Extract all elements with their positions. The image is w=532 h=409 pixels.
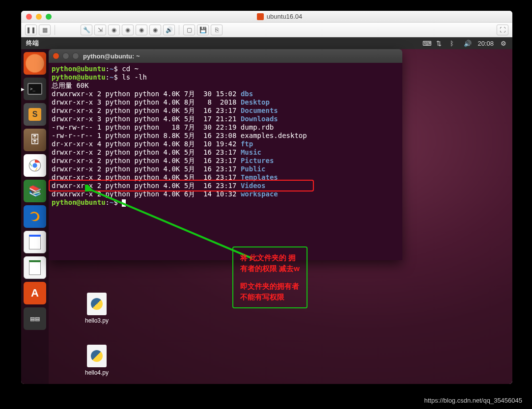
- close-icon[interactable]: [53, 53, 59, 59]
- sublime-icon[interactable]: S: [24, 103, 46, 126]
- separator: [55, 25, 55, 35]
- volume-icon[interactable]: 🔊: [464, 40, 471, 47]
- speaker-icon[interactable]: 🔊: [163, 25, 175, 35]
- terminal-titlebar[interactable]: python@ubuntu: ~: [49, 49, 402, 63]
- keyboard-icon[interactable]: ⌨: [422, 40, 429, 47]
- vm-window: ubuntu16.04 ❚❚ ▦ 🔧 ⇲ ◉ ◉ ◉ ◉ 🔊 ▢ 💾 ⎘ ⛶ 终…: [21, 11, 512, 384]
- status-area: ⌨ ⇅ ᛒ 🔊 20:08 ⚙: [422, 40, 507, 47]
- desktop-file[interactable]: hello3.py: [85, 293, 109, 324]
- bluetooth-icon[interactable]: ᛒ: [450, 40, 457, 47]
- gear-icon[interactable]: ⚙: [501, 40, 507, 47]
- terminal-icon[interactable]: >_▶: [24, 78, 46, 100]
- annotation-line: 有者的权限 减去w: [240, 263, 300, 274]
- wrench-icon[interactable]: 🔧: [81, 25, 92, 35]
- software-icon[interactable]: A: [24, 282, 46, 304]
- unity-menubar: 终端 ⌨ ⇅ ᛒ 🔊 20:08 ⚙: [21, 37, 512, 49]
- annotation-line: 将 此文件夹的 拥: [240, 252, 300, 263]
- file-name: hello4.py: [85, 369, 109, 376]
- vm-toolbar: ❚❚ ▦ 🔧 ⇲ ◉ ◉ ◉ ◉ 🔊 ▢ 💾 ⎘ ⛶: [21, 23, 512, 37]
- minimize-icon[interactable]: [36, 14, 42, 20]
- resize-icon[interactable]: ⇲: [94, 25, 106, 35]
- zoom-icon[interactable]: [46, 14, 52, 20]
- highlight-box: [49, 180, 314, 191]
- writer-icon[interactable]: [24, 231, 46, 253]
- calc-icon[interactable]: [24, 256, 46, 279]
- disc3-icon[interactable]: ◉: [136, 25, 147, 35]
- watermark: https://blog.csdn.net/qq_35456045: [424, 397, 523, 404]
- disc4-icon[interactable]: ◉: [149, 25, 161, 35]
- file-name: hello3.py: [85, 317, 109, 324]
- display-icon[interactable]: ▢: [183, 25, 195, 35]
- pause-icon[interactable]: ❚❚: [25, 25, 37, 35]
- ubuntu-icon: [257, 13, 264, 20]
- desktop-icons: hello3.pyhello4.py: [85, 293, 109, 384]
- mac-titlebar: ubuntu16.04: [21, 11, 512, 23]
- python-file-icon: [87, 293, 107, 315]
- unity-launcher: >_▶S🗄📚A▤▤: [21, 49, 49, 384]
- books-icon[interactable]: 📚: [24, 180, 46, 202]
- terminal-title: python@ubuntu: ~: [83, 53, 140, 60]
- maximize-icon[interactable]: [72, 53, 79, 59]
- window-title-text: ubuntu16.04: [267, 13, 302, 20]
- ubuntu-desktop: 终端 ⌨ ⇅ ᛒ 🔊 20:08 ⚙ >_▶S🗄📚A▤▤ hello3.pyhe…: [21, 37, 512, 384]
- traffic-lights: [26, 14, 52, 20]
- svg-point-1: [32, 163, 37, 167]
- ubuntu-dash-icon[interactable]: [24, 52, 46, 75]
- clock[interactable]: 20:08: [477, 40, 494, 47]
- disc2-icon[interactable]: ◉: [122, 25, 134, 35]
- separator: [179, 25, 179, 35]
- close-icon[interactable]: [26, 14, 32, 20]
- python-file-icon: [87, 345, 107, 367]
- files-icon[interactable]: 🗄: [24, 129, 46, 151]
- minimize-icon[interactable]: [62, 53, 69, 59]
- firefox-icon[interactable]: [24, 205, 46, 228]
- amazon-icon[interactable]: ▤▤: [24, 307, 46, 330]
- window-title: ubuntu16.04: [52, 13, 507, 20]
- tile-icon[interactable]: ▦: [39, 25, 51, 35]
- disc1-icon[interactable]: ◉: [108, 25, 120, 35]
- floppy-icon[interactable]: 💾: [197, 25, 209, 35]
- usb-icon[interactable]: ⎘: [211, 25, 223, 35]
- annotation-line: 即文件夹的拥有者: [240, 281, 300, 292]
- network-icon[interactable]: ⇅: [436, 40, 443, 47]
- maximize-icon[interactable]: ⛶: [497, 25, 508, 35]
- chrome-icon[interactable]: [24, 154, 46, 177]
- desktop-file[interactable]: hello4.py: [85, 345, 109, 376]
- terminal-window[interactable]: python@ubuntu: ~ python@ubuntu:~$ cd ~ p…: [49, 49, 402, 260]
- annotation-line: 不能有写权限: [240, 292, 300, 302]
- active-app-name: 终端: [26, 39, 39, 48]
- annotation-box: 将 此文件夹的 拥 有者的权限 减去w 即文件夹的拥有者 不能有写权限: [232, 246, 308, 308]
